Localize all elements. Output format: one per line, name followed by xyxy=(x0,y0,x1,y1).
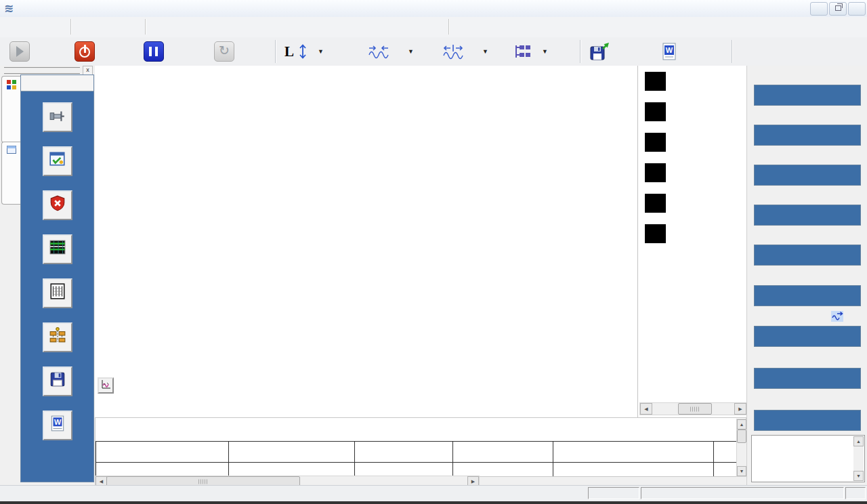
target-peak-value xyxy=(754,85,861,106)
run-state-label xyxy=(588,487,639,499)
minimize-button[interactable] xyxy=(810,2,828,16)
toolbar-separator xyxy=(145,19,146,35)
limits-panel xyxy=(95,417,746,477)
graph-tool-button[interactable] xyxy=(98,377,114,394)
close-button[interactable] xyxy=(848,2,866,16)
sweep-button[interactable]: ▼ xyxy=(439,39,492,64)
sidebar-item-run-flowchart[interactable] xyxy=(21,322,93,354)
sidebar-item-plan-table[interactable] xyxy=(21,278,93,310)
total-runtime-value xyxy=(754,368,861,389)
menu-bar: ≋ xyxy=(0,0,867,18)
online-store-icon xyxy=(589,42,610,61)
limit-col-value xyxy=(453,463,553,478)
legend-item-alarm-upper[interactable] xyxy=(645,163,745,184)
test-report-button[interactable]: W xyxy=(657,39,686,64)
controlbar-separator xyxy=(580,40,581,63)
readouts-panel: ▲ ▼ xyxy=(746,66,867,485)
dock-drag-handle[interactable] xyxy=(4,67,80,75)
continue-icon: ↻ xyxy=(214,41,234,62)
tab-settings[interactable] xyxy=(1,76,20,143)
sidebar-item-control-params[interactable] xyxy=(21,146,93,177)
scroll-up-icon[interactable]: ▲ xyxy=(853,436,864,446)
sidebar-item-target-spectrum[interactable] xyxy=(21,234,93,266)
pause-button[interactable] xyxy=(140,39,173,64)
limits-vscrollbar[interactable]: ▲ ▼ xyxy=(736,419,747,477)
scroll-up-icon[interactable]: ▲ xyxy=(737,419,746,429)
limit-col-value xyxy=(96,463,229,478)
scroll-right-icon[interactable]: ▶ xyxy=(734,403,746,415)
level-arrows-icon xyxy=(299,44,307,59)
test-report-icon: W xyxy=(661,42,677,61)
sweep-direction-icon[interactable] xyxy=(831,311,843,324)
limit-col-value xyxy=(229,463,354,478)
start-button[interactable] xyxy=(5,39,39,64)
svg-text:W: W xyxy=(54,418,61,426)
status-bar xyxy=(0,485,867,502)
app-logo-icon: ≋ xyxy=(4,1,14,16)
legend-swatch xyxy=(645,163,666,182)
window-controls xyxy=(810,2,866,16)
control-bar: ↻ L ▼ ▼ ▼ xyxy=(0,37,867,66)
test-name-vscrollbar[interactable]: ▲ ▼ xyxy=(853,436,864,481)
target-spectrum-icon xyxy=(43,234,72,264)
scroll-down-icon[interactable]: ▼ xyxy=(853,471,864,481)
sidebar-item-storage-settings[interactable] xyxy=(21,366,93,398)
settings-tab-icon xyxy=(7,80,16,89)
run-flow-icon xyxy=(513,43,531,60)
pause-icon xyxy=(144,41,164,62)
graph-tool-icon xyxy=(100,379,111,390)
online-store-button[interactable] xyxy=(585,39,618,64)
legend-hscrollbar[interactable]: ◀ ▶ xyxy=(639,402,747,415)
tab-window[interactable] xyxy=(1,142,20,205)
control-spectrum-panel xyxy=(95,66,637,417)
sidebar-item-channel-params[interactable] xyxy=(21,102,93,133)
velocity-peak-value xyxy=(754,245,861,266)
run-state-text xyxy=(641,487,844,499)
legend-item-target[interactable] xyxy=(645,72,745,92)
restore-icon xyxy=(835,5,841,11)
legend-item-abort-lower[interactable] xyxy=(645,133,745,153)
limit-col-value xyxy=(354,463,453,478)
sidebar-item-report-content[interactable]: W xyxy=(21,411,93,442)
legend-swatch xyxy=(645,194,666,213)
control-params-icon xyxy=(43,146,72,176)
scroll-thumb[interactable] xyxy=(678,403,712,415)
settings-dock: x xyxy=(0,66,95,485)
limit-col-header xyxy=(229,442,354,463)
toolbar-separator xyxy=(70,19,72,35)
start-icon xyxy=(9,41,30,62)
toolbar-separator xyxy=(448,19,450,35)
dock-close-icon[interactable]: x xyxy=(83,66,93,75)
legend-swatch xyxy=(645,224,666,243)
legend-line xyxy=(645,142,666,144)
svg-text:W: W xyxy=(666,46,673,54)
restore-button[interactable] xyxy=(829,2,847,16)
test-name-box: ▲ ▼ xyxy=(751,435,865,482)
channel-params-icon xyxy=(43,102,72,132)
test-level-button[interactable]: L ▼ xyxy=(280,39,328,64)
stop-button[interactable] xyxy=(70,39,104,64)
scroll-thumb[interactable] xyxy=(737,429,746,443)
sine-test-panel: W xyxy=(20,75,94,482)
legend-item-abort-upper[interactable] xyxy=(645,102,745,123)
limit-col-header xyxy=(553,442,713,463)
scroll-down-icon[interactable]: ▼ xyxy=(737,466,746,476)
legend-item-alarm-lower[interactable] xyxy=(645,194,745,214)
status-grip-cell xyxy=(845,487,866,499)
legend-swatch xyxy=(645,72,666,91)
run-flow-button[interactable]: ▼ xyxy=(509,39,552,64)
displacement-peak-value xyxy=(754,285,861,306)
drive-peak-value xyxy=(754,165,861,186)
plan-table-icon xyxy=(43,278,72,308)
frequency-button[interactable]: ▼ xyxy=(364,39,418,64)
current-frequency-value xyxy=(754,326,861,347)
limit-params-icon xyxy=(43,190,72,220)
control-spectrum-plot[interactable] xyxy=(95,66,637,417)
storage-settings-icon xyxy=(43,366,72,396)
scroll-left-icon[interactable]: ◀ xyxy=(640,403,652,415)
legend-item-control-signal[interactable] xyxy=(645,224,745,245)
sidebar-item-limit-params[interactable] xyxy=(21,190,93,222)
remaining-time-value xyxy=(754,410,861,431)
limit-col-header xyxy=(453,442,553,463)
continue-button[interactable]: ↻ xyxy=(210,39,243,64)
